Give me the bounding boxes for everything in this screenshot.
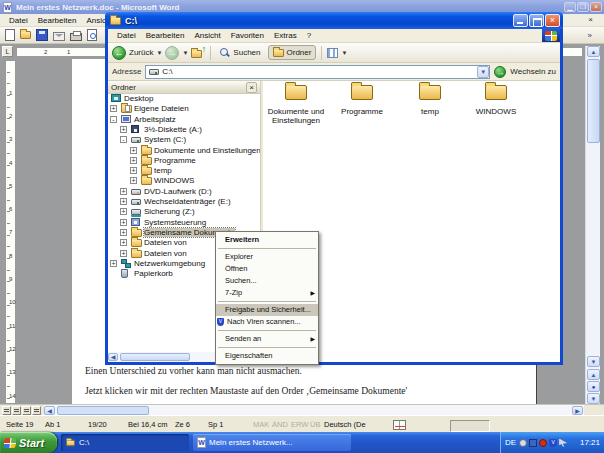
tree-item-label[interactable]: Systemsteuerung [144, 218, 206, 227]
context-menu-item-ffnen[interactable]: Öffnen [216, 263, 318, 275]
tray-shield-icon[interactable]: V [549, 439, 557, 447]
tree-expander-icon[interactable]: + [120, 198, 127, 205]
new-document-icon[interactable] [5, 29, 15, 41]
tree-expander-icon[interactable]: + [110, 105, 117, 112]
language-indicator[interactable]: DE [505, 438, 516, 447]
explorer-menu-extras[interactable]: Extras [269, 31, 302, 40]
tree-item-dokumente-und-einstellungen[interactable]: +Dokumente und Einstellungen [108, 146, 260, 156]
taskbar-task-c[interactable]: C:\ [61, 434, 189, 451]
scroll-down-icon[interactable]: ▼ [587, 356, 600, 367]
word-vertical-scrollbar[interactable]: ▲ ▼ ▲ ● ▼ [585, 46, 600, 404]
word-close-button[interactable]: × [590, 2, 602, 12]
tree-expander-icon[interactable]: + [110, 260, 117, 267]
word-restore-button[interactable]: ❐ [577, 2, 589, 12]
tree-item-label[interactable]: System (C:) [144, 135, 186, 144]
tree-expander-icon[interactable]: + [130, 167, 137, 174]
weblayout-view-button[interactable] [12, 406, 21, 415]
context-menu-item-explorer[interactable]: Explorer [216, 251, 318, 263]
explorer-maximize-button[interactable] [529, 14, 544, 27]
tree-item-label[interactable]: temp [154, 166, 172, 175]
address-input[interactable]: C:\ ▼ [145, 65, 490, 79]
tree-item-label[interactable]: Arbeitsplatz [134, 115, 176, 124]
next-page-icon[interactable]: ▼ [587, 393, 600, 404]
save-icon[interactable] [36, 29, 48, 41]
explorer-minimize-button[interactable] [513, 14, 528, 27]
tree-item-label[interactable]: Dateien von [144, 249, 187, 258]
mail-icon[interactable] [53, 32, 65, 41]
file-item-windows[interactable]: WINDOWS [464, 85, 528, 116]
explorer-menu-datei[interactable]: Datei [112, 31, 141, 40]
tree-item-temp[interactable]: +temp [108, 166, 260, 176]
taskbar-task-mein-erstes-netzwerk[interactable]: WMein erstes Netzwerk... [193, 434, 351, 451]
tree-item-label[interactable]: DVD-Laufwerk (D:) [144, 187, 212, 196]
go-label[interactable]: Wechseln zu [510, 67, 556, 76]
tree-expander-icon[interactable]: - [120, 136, 127, 143]
tree-expander-icon[interactable]: + [120, 126, 127, 133]
scroll-left-icon[interactable]: ◀ [44, 406, 55, 415]
explorer-titlebar[interactable]: C:\ × [105, 12, 563, 29]
tree-expander-icon[interactable]: + [130, 157, 137, 164]
context-menu-item-erweitern[interactable]: Erweitern [216, 234, 318, 246]
tree-item-wechseldatentr-ger-e[interactable]: +Wechseldatenträger (E:) [108, 197, 260, 207]
tree-scroll-left-icon[interactable]: ◀ [108, 353, 118, 361]
explorer-menu-favoriten[interactable]: Favoriten [226, 31, 269, 40]
tree-item-label[interactable]: Dokumente und Einstellungen [154, 146, 260, 155]
tray-network-icon[interactable] [529, 439, 537, 447]
select-browse-object-icon[interactable]: ● [587, 381, 600, 392]
tree-item-system-c[interactable]: -System (C:) [108, 135, 260, 145]
tree-item-desktop[interactable]: Desktop [108, 94, 260, 104]
tree-expander-icon[interactable]: + [120, 229, 127, 236]
word-minimize-button[interactable]: ▁ [564, 2, 576, 12]
word-menu-datei[interactable]: Datei [4, 16, 33, 25]
context-menu-item-nach-viren-scannen[interactable]: VNach Viren scannen... [216, 316, 318, 328]
toolbar-overflow-icon[interactable]: » [588, 31, 592, 40]
open-document-icon[interactable] [20, 31, 31, 39]
tree-item-windows[interactable]: +WINDOWS [108, 176, 260, 186]
tree-item-label[interactable]: WINDOWS [154, 176, 194, 185]
scroll-up-icon[interactable]: ▲ [587, 46, 600, 57]
tree-scroll-thumb[interactable] [120, 353, 190, 361]
word-menu-bearbeiten[interactable]: Bearbeiten [33, 16, 82, 25]
tree-item-label[interactable]: Desktop [124, 94, 153, 103]
tree-item-dvd-laufwerk-d[interactable]: +DVD-Laufwerk (D:) [108, 187, 260, 197]
previous-page-icon[interactable]: ▲ [587, 369, 600, 380]
explorer-menu-[interactable]: ? [302, 31, 316, 40]
tree-item-label[interactable]: Netzwerkumgebung [134, 259, 205, 268]
tray-pointer-icon[interactable] [559, 439, 567, 447]
views-dropdown-icon[interactable]: ▼ [341, 50, 347, 56]
context-menu-item-senden-an[interactable]: Senden an▶ [216, 333, 318, 345]
address-dropdown-icon[interactable]: ▼ [477, 66, 489, 78]
file-item-programme[interactable]: Programme [330, 85, 394, 116]
tree-expander-icon[interactable]: + [120, 239, 127, 246]
tree-expander-icon[interactable]: + [130, 147, 137, 154]
tree-expander-icon[interactable]: - [110, 116, 117, 123]
tree-expander-icon[interactable]: + [120, 219, 127, 226]
horizontal-scroll-thumb[interactable] [57, 406, 149, 415]
file-item-dokumente-und-einstellungen[interactable]: Dokumente und Einstellungen [264, 85, 328, 125]
explorer-menu-bearbeiten[interactable]: Bearbeiten [141, 31, 190, 40]
tree-item-label[interactable]: 3½-Diskette (A:) [144, 125, 202, 134]
start-button[interactable]: Start [0, 432, 57, 453]
views-icon[interactable] [327, 48, 338, 58]
up-icon[interactable]: ↑ [191, 47, 205, 59]
back-label[interactable]: Zurück [129, 48, 153, 57]
tray-clock-icon[interactable] [519, 439, 527, 447]
tree-item-label[interactable]: Programme [154, 156, 196, 165]
tree-item-label[interactable]: Wechseldatenträger (E:) [144, 197, 231, 206]
forward-icon[interactable]: → [165, 46, 179, 60]
print-icon[interactable] [70, 33, 82, 41]
normal-view-button[interactable] [2, 406, 11, 415]
context-menu-item-freigabe-und-sicherheit[interactable]: Freigabe und Sicherheit... [216, 304, 318, 316]
go-icon[interactable]: → [494, 66, 506, 78]
folders-pane-close-icon[interactable]: × [246, 82, 257, 93]
folders-button[interactable]: Ordner [268, 45, 317, 60]
explorer-close-button[interactable]: × [545, 14, 560, 27]
tab-selector-button[interactable]: L [2, 46, 13, 57]
tree-item-label[interactable]: Papierkorb [134, 269, 173, 278]
file-item-temp[interactable]: temp [398, 85, 462, 116]
tree-item-sicherung-z[interactable]: +Sicherung (Z:) [108, 207, 260, 217]
tree-item-programme[interactable]: +Programme [108, 156, 260, 166]
tree-item-label[interactable]: Dateien von [144, 238, 187, 247]
tray-clock[interactable]: 17:21 [580, 438, 600, 447]
forward-dropdown-icon[interactable]: ▼ [182, 50, 188, 56]
